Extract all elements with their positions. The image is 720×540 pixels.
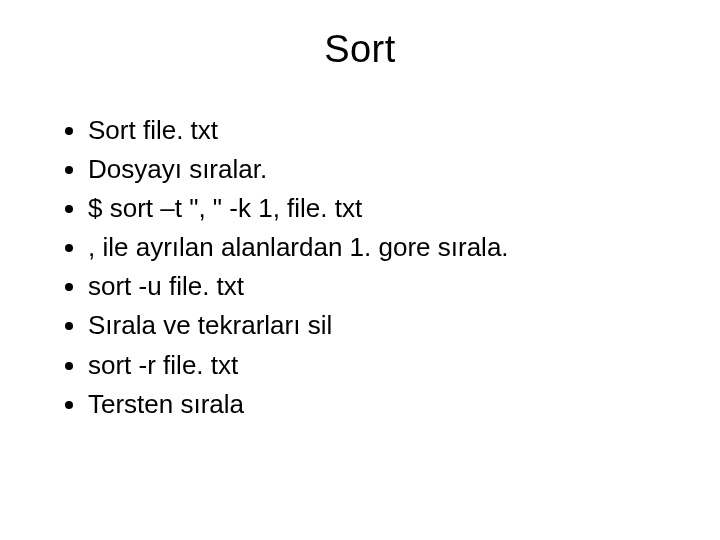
list-item: sort -r file. txt xyxy=(88,346,680,385)
list-item: Tersten sırala xyxy=(88,385,680,424)
bullet-list: Sort file. txt Dosyayı sıralar. $ sort –… xyxy=(40,111,680,424)
list-item: Dosyayı sıralar. xyxy=(88,150,680,189)
list-item: , ile ayrılan alanlardan 1. gore sırala. xyxy=(88,228,680,267)
slide: Sort Sort file. txt Dosyayı sıralar. $ s… xyxy=(0,0,720,540)
slide-title: Sort xyxy=(40,28,680,71)
list-item: Sort file. txt xyxy=(88,111,680,150)
list-item: Sırala ve tekrarları sil xyxy=(88,306,680,345)
list-item: $ sort –t ", " -k 1, file. txt xyxy=(88,189,680,228)
list-item: sort -u file. txt xyxy=(88,267,680,306)
